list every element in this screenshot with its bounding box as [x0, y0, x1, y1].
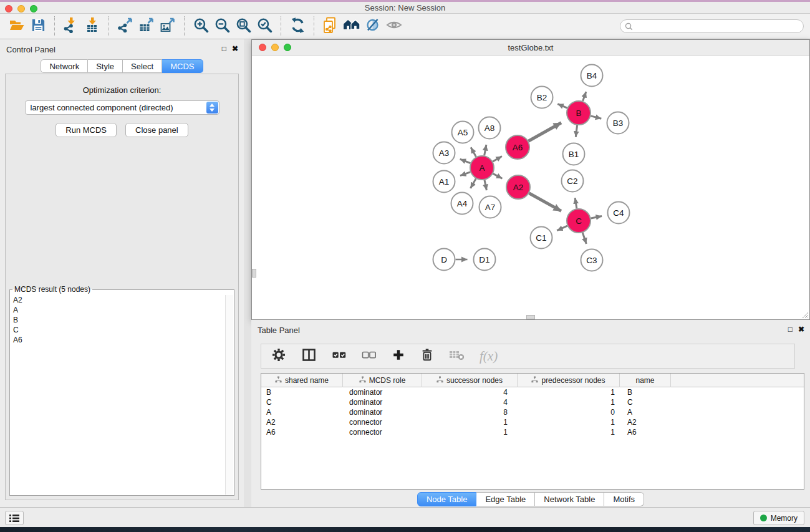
- graph-node-D1[interactable]: D1: [474, 249, 496, 271]
- zoom-window-button[interactable]: [30, 5, 37, 12]
- column-header-shared-name[interactable]: shared name: [261, 374, 343, 387]
- edge-C-C2[interactable]: [575, 198, 577, 208]
- resize-grip-icon[interactable]: [801, 311, 809, 319]
- network-close-button[interactable]: [259, 44, 266, 51]
- graph-node-C2[interactable]: C2: [562, 170, 584, 192]
- search-box[interactable]: [620, 19, 804, 33]
- table-cell[interactable]: 8: [422, 407, 518, 417]
- tab-motifs[interactable]: Motifs: [604, 492, 644, 506]
- first-neighbors-button[interactable]: [341, 16, 362, 36]
- edge-C-C1[interactable]: [557, 226, 567, 231]
- graph-node-A3[interactable]: A3: [433, 142, 455, 164]
- edge-C-C4[interactable]: [591, 216, 602, 219]
- add-column-button[interactable]: [392, 348, 405, 364]
- zoom-out-button[interactable]: [211, 16, 233, 36]
- mcds-result-list[interactable]: A2ABCA6: [11, 295, 225, 495]
- table-cell[interactable]: A: [261, 407, 343, 417]
- column-header-MCDS-role[interactable]: MCDS role: [343, 374, 422, 387]
- refresh-button[interactable]: [287, 16, 308, 36]
- tab-network[interactable]: Network: [41, 59, 88, 73]
- close-panel-icon[interactable]: ✖: [232, 44, 238, 53]
- edge-B-B3[interactable]: [591, 116, 601, 118]
- edge-A-A8[interactable]: [485, 145, 486, 155]
- table-cell[interactable]: A6: [261, 427, 343, 437]
- tab-select[interactable]: Select: [123, 59, 162, 73]
- edge-B-B4[interactable]: [583, 92, 586, 101]
- tab-node-table[interactable]: Node Table: [417, 492, 477, 506]
- table-cell[interactable]: 1: [518, 417, 620, 427]
- delete-column-button[interactable]: [420, 347, 434, 365]
- table-close-panel-icon[interactable]: ✖: [798, 325, 804, 334]
- table-cell[interactable]: 1: [518, 427, 620, 437]
- table-cell[interactable]: C: [620, 397, 671, 407]
- table-cell[interactable]: 4: [422, 397, 518, 407]
- table-cell[interactable]: A6: [620, 427, 671, 437]
- import-table-button[interactable]: [82, 16, 103, 36]
- graph-node-A6[interactable]: A6: [506, 135, 529, 159]
- edge-B-B1[interactable]: [576, 125, 577, 137]
- network-canvas[interactable]: B4 B2 B B3 A5 A8 A6 A3 B1 A A1 C2 A2: [252, 56, 809, 319]
- graph-node-C1[interactable]: C1: [531, 227, 552, 249]
- deselect-all-button[interactable]: [362, 348, 377, 364]
- table-cell[interactable]: dominator: [343, 407, 422, 417]
- edge-A2-C[interactable]: [529, 193, 562, 211]
- close-window-button[interactable]: [5, 5, 12, 12]
- table-row[interactable]: Cdominator41C: [261, 397, 804, 407]
- show-all-button[interactable]: [383, 16, 405, 36]
- column-header-name[interactable]: name: [620, 374, 671, 387]
- graph-node-A4[interactable]: A4: [451, 193, 473, 215]
- left-splitter-handle[interactable]: [252, 269, 256, 278]
- edge-A6-B[interactable]: [528, 123, 561, 142]
- table-cell[interactable]: 1: [518, 387, 620, 397]
- zoom-fit-button[interactable]: [233, 16, 254, 36]
- tab-style[interactable]: Style: [88, 59, 123, 73]
- save-session-button[interactable]: [27, 16, 49, 36]
- network-zoom-button[interactable]: [284, 44, 291, 51]
- select-all-button[interactable]: [332, 348, 347, 364]
- memory-button[interactable]: Memory: [753, 511, 804, 525]
- table-cell[interactable]: B: [620, 387, 671, 397]
- edge-A-A3[interactable]: [460, 159, 471, 163]
- result-list-item[interactable]: B: [11, 315, 225, 325]
- graph-node-B4[interactable]: B4: [581, 65, 603, 87]
- edge-A-A1[interactable]: [460, 172, 470, 176]
- export-table-button[interactable]: [136, 16, 157, 36]
- table-cell[interactable]: A: [620, 407, 671, 417]
- column-header-successor-nodes[interactable]: successor nodes: [422, 374, 518, 387]
- table-cell[interactable]: dominator: [343, 397, 422, 407]
- graph-node-A5[interactable]: A5: [452, 122, 474, 143]
- graph-node-A7[interactable]: A7: [480, 196, 501, 218]
- table-cell[interactable]: 1: [422, 427, 518, 437]
- graph-node-C4[interactable]: C4: [608, 202, 630, 224]
- table-row[interactable]: A2connector11A2: [261, 417, 804, 427]
- table-cell[interactable]: connector: [343, 427, 422, 437]
- table-cell[interactable]: 4: [422, 387, 518, 397]
- graph-node-A8[interactable]: A8: [479, 117, 501, 139]
- import-network-button[interactable]: [60, 16, 82, 36]
- table-cell[interactable]: A2: [261, 417, 343, 427]
- table-cell[interactable]: B: [261, 387, 343, 397]
- criterion-dropdown[interactable]: largest connected component (directed): [25, 100, 219, 115]
- table-cell[interactable]: 1: [422, 417, 518, 427]
- table-cell[interactable]: A2: [620, 417, 671, 427]
- toggle-panes-button[interactable]: [301, 347, 317, 365]
- table-cell[interactable]: C: [261, 397, 343, 407]
- graph-node-A1[interactable]: A1: [433, 171, 455, 193]
- table-cell[interactable]: dominator: [343, 387, 422, 397]
- edge-A-A4[interactable]: [471, 178, 476, 188]
- export-image-button[interactable]: [157, 16, 178, 36]
- zoom-in-button[interactable]: [190, 16, 211, 36]
- result-list-item[interactable]: C: [11, 325, 225, 335]
- float-panel-icon[interactable]: □: [222, 44, 226, 53]
- table-settings-button[interactable]: [271, 347, 286, 365]
- result-list-item[interactable]: A6: [11, 335, 225, 345]
- tab-mcds[interactable]: MCDS: [162, 59, 203, 73]
- graph-node-A[interactable]: A: [470, 156, 494, 180]
- edge-C-C3[interactable]: [582, 233, 586, 244]
- graph-node-B1[interactable]: B1: [563, 143, 585, 165]
- close-panel-button[interactable]: Close panel: [125, 123, 188, 137]
- edge-A-A7[interactable]: [485, 180, 486, 191]
- edge-B-B2[interactable]: [557, 104, 567, 109]
- graph-node-C3[interactable]: C3: [581, 249, 603, 271]
- network-minimize-button[interactable]: [271, 44, 279, 51]
